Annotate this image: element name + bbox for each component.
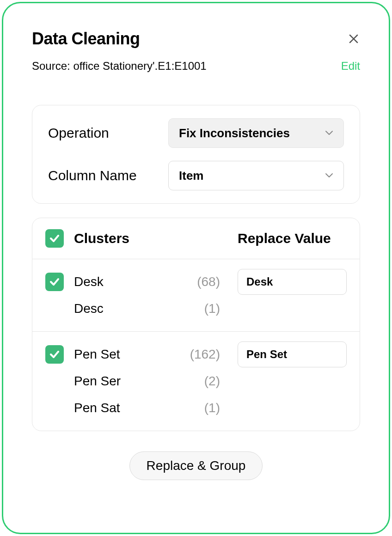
cluster-row-left: Pen Set(162) [45, 345, 227, 364]
column-row: Column Name Item [48, 161, 344, 190]
panel-header: Data Cleaning [32, 29, 360, 49]
cluster-row: Pen Sat(1) [45, 395, 347, 421]
panel-footer: Replace & Group [32, 451, 360, 480]
cluster-row: Pen Set(162) [45, 341, 347, 368]
chevron-down-icon [325, 171, 333, 180]
clusters-card: Clusters Replace Value Desk(68)Desc(1)Pe… [32, 218, 360, 431]
variant-name: Pen Set [74, 347, 180, 362]
checkbox-placeholder [45, 372, 64, 390]
cluster-row-left: Desk(68) [45, 273, 227, 291]
variant-count: (68) [197, 274, 220, 289]
panel-title: Data Cleaning [32, 29, 140, 49]
edit-link[interactable]: Edit [341, 60, 360, 73]
cluster-checkbox[interactable] [45, 273, 64, 291]
checkbox-placeholder [45, 399, 64, 417]
cluster-checkbox[interactable] [45, 345, 64, 364]
column-select-value: Item [179, 169, 203, 183]
variant-name: Pen Sat [74, 401, 194, 415]
select-all-checkbox[interactable] [45, 229, 64, 248]
cluster-row-left: Pen Ser(2) [45, 372, 227, 390]
cluster-row: Pen Ser(2) [45, 368, 347, 395]
variant-count: (2) [204, 374, 220, 389]
variant-name: Desk [74, 274, 187, 289]
source-text: Source: office Stationery'.E1:E1001 [32, 60, 207, 73]
operation-select[interactable]: Fix Inconsistencies [168, 118, 344, 148]
operation-label: Operation [48, 125, 109, 141]
operation-card: Operation Fix Inconsistencies Column Nam… [32, 105, 360, 204]
variant-name: Desc [74, 301, 194, 316]
variant-count: (162) [190, 347, 220, 362]
clusters-header-label: Clusters [74, 231, 129, 246]
cluster-group: Desk(68)Desc(1) [32, 259, 360, 331]
cluster-row: Desk(68) [45, 268, 347, 295]
replace-header-label: Replace Value [238, 231, 347, 246]
replace-value-input[interactable] [238, 269, 347, 295]
chevron-down-icon [325, 129, 333, 137]
checkbox-placeholder [45, 299, 64, 318]
cluster-row-left: Pen Sat(1) [45, 399, 227, 417]
column-label: Column Name [48, 168, 137, 183]
operation-select-value: Fix Inconsistencies [179, 126, 290, 140]
variant-count: (1) [204, 301, 220, 316]
column-select[interactable]: Item [168, 161, 344, 190]
variant-name: Pen Ser [74, 374, 194, 389]
replace-value-input[interactable] [238, 341, 347, 367]
close-icon[interactable] [347, 32, 360, 45]
cluster-group: Pen Set(162)Pen Ser(2)Pen Sat(1) [32, 331, 360, 431]
replace-group-button[interactable]: Replace & Group [129, 451, 263, 480]
operation-row: Operation Fix Inconsistencies [48, 118, 344, 148]
data-cleaning-panel: Data Cleaning Source: office Stationery'… [2, 2, 390, 534]
cluster-row-left: Desc(1) [45, 299, 227, 318]
clusters-header: Clusters Replace Value [32, 218, 360, 259]
variant-count: (1) [204, 401, 220, 415]
cluster-row: Desc(1) [45, 295, 347, 322]
source-row: Source: office Stationery'.E1:E1001 Edit [32, 60, 360, 73]
